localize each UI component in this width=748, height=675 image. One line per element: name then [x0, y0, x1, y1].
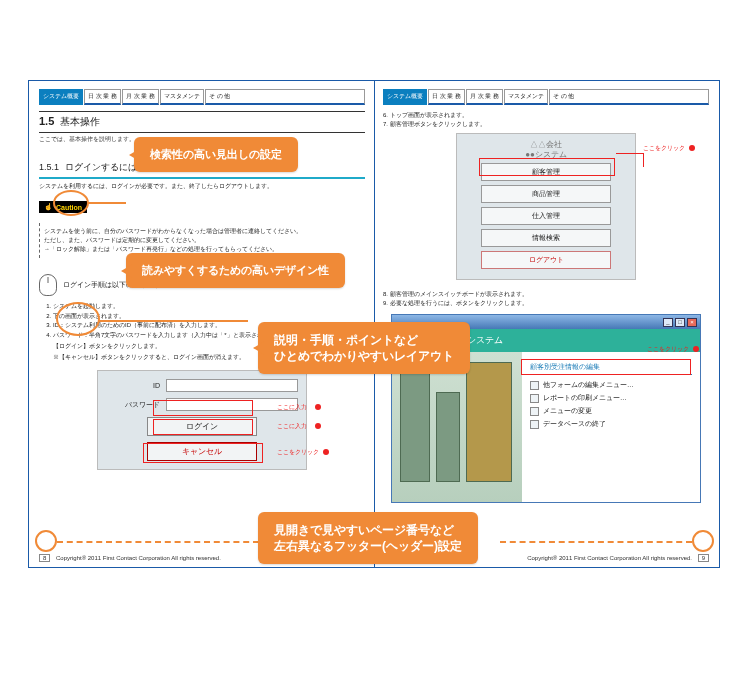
red-dot-icon [315, 404, 321, 410]
callout-headings: 検索性の高い見出しの設定 [134, 137, 298, 172]
page-number-right: 9 [698, 554, 709, 562]
h2-title: ログインするには [65, 161, 137, 174]
id-label: ID [106, 382, 166, 389]
highlight-circle [692, 530, 714, 552]
maximize-icon[interactable]: □ [675, 318, 685, 327]
app-illustration [392, 352, 522, 502]
red-dot-icon [689, 145, 695, 151]
highlight-circle [56, 302, 100, 336]
id-input[interactable] [166, 379, 298, 392]
menu-item[interactable]: 他フォームの編集メニュー… [530, 379, 692, 392]
tab-daily[interactable]: 日 次 業 務 [84, 89, 121, 105]
mouse-icon [39, 274, 57, 296]
anno-id-label: ここに入力 [277, 403, 307, 412]
leader-line [98, 320, 248, 322]
red-dot-icon [323, 449, 329, 455]
step-7: 顧客管理ボタンをクリックします。 [390, 121, 486, 127]
sys-btn-info[interactable]: 情報検索 [481, 229, 611, 247]
anno-login-label: ここをクリック [277, 448, 319, 457]
login-id-row: ID [106, 379, 298, 392]
tab-other[interactable]: そ の 他 [549, 89, 709, 105]
highlight-circle [53, 190, 89, 216]
sys-btn-product[interactable]: 商品管理 [481, 185, 611, 203]
h1-title: 基本操作 [60, 115, 100, 129]
tab-strip: システム概要 日 次 業 務 月 次 業 務 マスタメンテ そ の 他 [383, 89, 709, 105]
tab-strip: システム概要 日 次 業 務 月 次 業 務 マスタメンテ そ の 他 [39, 89, 365, 105]
heading-1: 1.5 基本操作 [39, 111, 365, 133]
anno-customer-box [479, 158, 615, 176]
step-9: 必要な処理を行うには、ボタンをクリックします。 [390, 300, 528, 306]
sys-btn-logout[interactable]: ログアウト [481, 251, 611, 269]
callout-footer: 見開きで見やすいページ番号など 左右異なるフッター(ヘッダー)設定 [258, 512, 478, 564]
system-panel: △△会社●●システム 顧客管理 商品管理 仕入管理 情報検索 ログアウト [456, 133, 636, 280]
step-6: トップ画面が表示されます。 [390, 112, 468, 118]
menu-item[interactable]: データベースの終了 [530, 418, 692, 431]
anno-menu-label: ここをクリック [647, 345, 689, 354]
h2-lead: システムを利用するには、ログインが必要です。また、終了したらログアウトします。 [39, 182, 365, 191]
note-line: システムを使う前に、自分のパスワードがわからなくなった場合は管理者に連絡してくだ… [44, 227, 361, 236]
leader-dash [500, 541, 692, 543]
leader-dash [57, 541, 259, 543]
minimize-icon[interactable]: _ [663, 318, 673, 327]
page-number-left: 8 [39, 554, 50, 562]
close-icon[interactable]: × [687, 318, 697, 327]
callout-design: 読みやすくするための高いデザイン性 [126, 253, 345, 288]
footer-text: Copyright® 2011 First Contact Corporatio… [56, 555, 221, 561]
tab-system[interactable]: システム概要 [39, 89, 83, 105]
step-item: システムを起動します。 [53, 302, 365, 312]
tab-other[interactable]: そ の 他 [205, 89, 365, 105]
anno-id-box [153, 400, 253, 416]
h1-number: 1.5 [39, 115, 54, 127]
anno-login-box [143, 443, 263, 463]
menu-item[interactable]: レポートの印刷メニュー… [530, 392, 692, 405]
anno-customer-label: ここをクリック [643, 144, 685, 153]
red-dot-icon [315, 423, 321, 429]
highlight-circle [35, 530, 57, 552]
tab-monthly[interactable]: 月 次 業 務 [466, 89, 503, 105]
step-8: 顧客管理のメインスイッチボードが表示されます。 [390, 291, 528, 297]
tab-master[interactable]: マスタメンテ [160, 89, 204, 105]
leader-line [88, 202, 126, 204]
red-dot-icon [693, 346, 699, 352]
menu-item[interactable]: メニューの変更 [530, 405, 692, 418]
note-line: ただし、また、パスワードは定期的に変更してください。 [44, 236, 361, 245]
anno-pw-label: ここに入力 [277, 422, 307, 431]
anno-menuhead-box [521, 359, 691, 375]
h2-number: 1.5.1 [39, 162, 59, 172]
anno-pw-box [153, 419, 253, 435]
anno-leader [616, 153, 644, 167]
tab-system[interactable]: システム概要 [383, 89, 427, 105]
tab-master[interactable]: マスタメンテ [504, 89, 548, 105]
tab-monthly[interactable]: 月 次 業 務 [122, 89, 159, 105]
tab-daily[interactable]: 日 次 業 務 [428, 89, 465, 105]
callout-layout: 説明・手順・ポイントなど ひとめでわかりやすいレイアウト [258, 322, 470, 374]
system-title: △△会社●●システム [463, 140, 629, 159]
sys-btn-purchase[interactable]: 仕入管理 [481, 207, 611, 225]
footer-text: Copyright® 2011 First Contact Corporatio… [527, 555, 692, 561]
